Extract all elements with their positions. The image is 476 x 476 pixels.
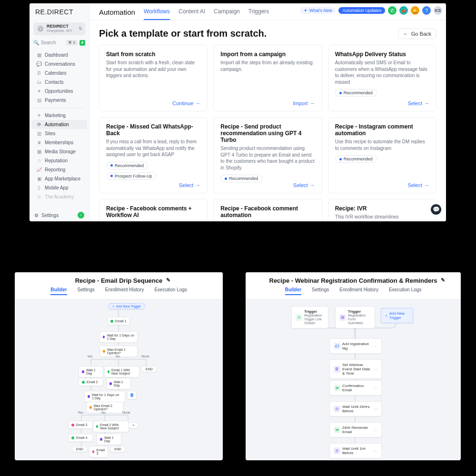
sidebar-item-settings[interactable]: ⚙ Settings bbox=[34, 213, 59, 218]
card-instagram[interactable]: Recipe - Instagram comment automation Us… bbox=[328, 117, 436, 193]
tab-campaign[interactable]: Campaign bbox=[214, 8, 240, 20]
flow-node[interactable]: ✉24Hr Reminder Email⋯ bbox=[329, 422, 382, 437]
card-title: Import from a campaign bbox=[220, 51, 315, 58]
ptab-enrollment[interactable]: Enrollment History bbox=[105, 287, 144, 295]
sidebar-item-media-storage[interactable]: ▦Media Storage bbox=[31, 147, 87, 156]
card-title: Recipe - Send product recommendation usi… bbox=[220, 123, 315, 143]
ptab-enrollment[interactable]: Enrollment History bbox=[339, 287, 378, 295]
select-button[interactable]: Select→ bbox=[407, 100, 429, 106]
menu-icon[interactable]: ⋯ bbox=[374, 344, 377, 348]
phone-icon[interactable]: ✆ bbox=[388, 6, 397, 15]
trigger-node[interactable]: ⎋ TriggerRegistration Trigger Link Click… bbox=[291, 306, 328, 328]
flow-node[interactable]: 🗓Set Webinar Event Start Date & Time⋯ bbox=[329, 359, 382, 379]
add-trigger-node[interactable]: +Add New Trigger bbox=[381, 308, 413, 323]
menu-icon[interactable]: ⋯ bbox=[374, 367, 377, 371]
menu-icon[interactable]: ⋯ bbox=[374, 428, 377, 432]
dashboard-icon: ▦ bbox=[36, 52, 42, 58]
go-back-button[interactable]: ←Go Back bbox=[398, 29, 436, 39]
sidebar-item-payments[interactable]: ▤Payments bbox=[31, 96, 87, 105]
trigger-node[interactable]: ▤ TriggerRegistration Form Submitted bbox=[335, 306, 375, 328]
flow-node[interactable]: Wait 1 Day bbox=[106, 378, 131, 389]
flow-node[interactable]: Email 4 bbox=[68, 434, 93, 442]
sidebar-item-mobile-app[interactable]: ▯Mobile App bbox=[31, 183, 87, 192]
search-row[interactable]: 🔍 Search ⌘ K + bbox=[33, 40, 85, 46]
select-button[interactable]: Select→ bbox=[407, 182, 429, 188]
flow-node[interactable]: Email 1 bbox=[107, 317, 130, 325]
card-gpt4-turbo[interactable]: Recipe - Send product recommendation usi… bbox=[213, 117, 322, 193]
sidebar-item-conversations[interactable]: 💬Conversations bbox=[31, 60, 87, 69]
flow-node[interactable]: Wait 1 Day bbox=[97, 434, 121, 445]
sidebar-item-contacts[interactable]: 🗂Contacts bbox=[31, 78, 87, 87]
automation-updates-button[interactable]: Automation Updates bbox=[338, 7, 385, 14]
select-button[interactable]: Select→ bbox=[293, 182, 315, 188]
add-button[interactable]: + bbox=[79, 40, 85, 46]
flow-node[interactable]: Email 2 With New Subject bbox=[93, 421, 129, 432]
flow-node[interactable]: Email 3 bbox=[68, 421, 93, 429]
tag-icon: 🏷 bbox=[334, 343, 340, 349]
ptab-execution[interactable]: Execution Logs bbox=[154, 287, 187, 295]
flow-node[interactable]: Wait 1 Day bbox=[79, 366, 103, 377]
select-button[interactable]: Select→ bbox=[179, 182, 201, 188]
sidebar-item-app-marketplace[interactable]: ▣App Marketplace bbox=[31, 174, 87, 183]
sidebar-item-opportunities[interactable]: ✦Opportunities bbox=[31, 87, 87, 96]
chat-fab[interactable]: 💬 bbox=[431, 204, 441, 215]
flow-node[interactable]: ⏱Wait Until 24Hrs Before⋯ bbox=[329, 401, 382, 416]
menu-icon[interactable]: ⋯ bbox=[374, 449, 377, 453]
user-avatar[interactable]: KS bbox=[434, 6, 442, 15]
help-icon[interactable]: ? bbox=[422, 6, 431, 15]
whats-new-button[interactable]: ✦What's New bbox=[300, 7, 336, 14]
flow-node[interactable]: ✉Confirmation Email⋯ bbox=[329, 380, 382, 396]
end-node[interactable]: + bbox=[128, 422, 139, 428]
flow-node[interactable]: Email 1 With New Subject bbox=[104, 366, 139, 377]
menu-icon[interactable]: ⋯ bbox=[374, 407, 377, 411]
tab-workflows[interactable]: Workflows bbox=[144, 8, 170, 20]
card-whatsapp-delivery[interactable]: WhatsApp Delivery Status Automatically s… bbox=[328, 45, 436, 111]
ptab-builder[interactable]: Builder bbox=[285, 287, 301, 295]
collapse-sidebar-button[interactable]: ‹ bbox=[78, 212, 84, 218]
ptab-builder[interactable]: Builder bbox=[50, 287, 67, 295]
flow-node[interactable]: 🏷Add registration tag⋯ bbox=[329, 338, 382, 354]
add-trigger-node[interactable]: +Add New Trigger bbox=[108, 303, 145, 309]
import-button[interactable]: Import→ bbox=[293, 100, 315, 106]
sidebar-item-reputation[interactable]: ☆Reputation bbox=[31, 156, 87, 165]
end-node[interactable]: END bbox=[141, 366, 157, 372]
sidebar-item-academy[interactable]: ⊕The Academy bbox=[31, 192, 87, 201]
sidebar-item-dashboard[interactable]: ▦Dashboard bbox=[31, 50, 87, 60]
card-fb-comment[interactable]: Recipe - Facebook comment automation Use… bbox=[213, 199, 322, 221]
sidebar-item-automation[interactable]: ⟳Automation bbox=[31, 120, 87, 129]
pencil-icon[interactable]: ✎ bbox=[166, 277, 170, 283]
announce-icon[interactable]: 📣 bbox=[399, 6, 408, 15]
end-node[interactable]: END bbox=[72, 446, 88, 452]
tab-content-ai[interactable]: Content AI bbox=[178, 8, 205, 20]
flow-canvas[interactable]: +Add New Trigger Email 1 Wait for 1 Days… bbox=[15, 299, 223, 460]
card-ivr[interactable]: Recipe: IVR This IVR workflow streamline… bbox=[328, 199, 436, 221]
card-fb-workflow-ai[interactable]: Recipe - Facebook comments + Workflow AI bbox=[99, 199, 208, 221]
end-node[interactable]: END bbox=[110, 446, 126, 452]
pencil-icon[interactable]: ✎ bbox=[441, 277, 445, 283]
card-import-campaign[interactable]: Import from a campaign Import all the st… bbox=[213, 45, 322, 111]
flow-node[interactable]: ⏱Wait Until 1Hr Before⋯ bbox=[329, 443, 382, 458]
menu-icon[interactable]: ⋯ bbox=[374, 386, 377, 390]
ptab-settings[interactable]: Settings bbox=[312, 287, 329, 295]
card-desc: Automatically send SMS or Email to custo… bbox=[335, 60, 429, 85]
bell-icon[interactable]: 🔔 bbox=[411, 6, 419, 15]
sidebar-item-calendars[interactable]: 🗓Calendars bbox=[31, 69, 87, 78]
flow-node[interactable]: Wait for 1 Days on 1 Day bbox=[84, 391, 125, 402]
org-switcher[interactable]: ◯ REDIRECT Cheyenne, WY ⇅ bbox=[33, 22, 85, 35]
tab-triggers[interactable]: Triggers bbox=[248, 8, 269, 20]
continue-button[interactable]: Continue→ bbox=[172, 100, 200, 106]
flow-node[interactable]: Email 2 bbox=[79, 378, 103, 386]
flow-node[interactable] bbox=[127, 391, 137, 399]
flow-node[interactable]: Wait for 1 Days on 1 Day bbox=[99, 331, 138, 343]
card-start-from-scratch[interactable]: Start from scratch Start from scratch wi… bbox=[99, 45, 208, 111]
sidebar-item-marketing[interactable]: ✈Marketing bbox=[31, 111, 87, 120]
topbar: ✦What's New Automation Updates ✆ 📣 🔔 ? K… bbox=[300, 6, 442, 15]
card-missed-call[interactable]: Recipe - Missed Call WhatsApp-Back If yo… bbox=[99, 117, 208, 193]
sidebar-item-reporting[interactable]: 📈Reporting bbox=[31, 165, 87, 174]
flow-node[interactable]: Email 3 bbox=[89, 446, 108, 457]
sidebar-item-sites[interactable]: ▥Sites bbox=[31, 129, 87, 138]
sidebar-item-memberships[interactable]: ♛Memberships bbox=[31, 138, 87, 147]
flow-canvas[interactable]: ⎋ TriggerRegistration Trigger Link Click… bbox=[246, 299, 461, 460]
ptab-settings[interactable]: Settings bbox=[78, 287, 95, 295]
ptab-execution[interactable]: Execution Logs bbox=[389, 287, 421, 295]
